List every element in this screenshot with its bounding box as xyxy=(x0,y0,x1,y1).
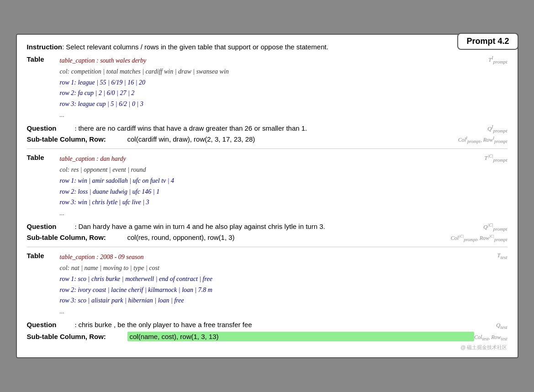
table-label-3: Table xyxy=(27,252,60,260)
col-line-2: col: res | opponent | event | round xyxy=(60,164,508,175)
row1-3: row 1: sco | chris burke | motherwell | … xyxy=(60,274,508,285)
watermark: @ 磁土掘金技术社区 xyxy=(27,344,508,351)
subtable-right-2: Col|C|prompt, Row|C|prompt xyxy=(451,234,508,242)
row1-1: row 1: league | 55 | 6/19 | 16 | 20 xyxy=(60,77,508,88)
q-label-right-1: QIprompt xyxy=(487,124,508,133)
table-label-2: Table xyxy=(27,154,60,161)
subtable-col-row-label-1: Sub-table Column, Row: xyxy=(27,135,127,143)
subtable-right-3: Coltest, Rowtest xyxy=(474,334,507,341)
table-caption-1: table_caption : south wales derby xyxy=(60,55,508,66)
subtable-right-1: ColIprompt, RowIprompt xyxy=(458,136,508,144)
ellipsis-3: ... xyxy=(60,306,508,317)
instruction-line: Instruction: Select relevant columns / r… xyxy=(27,43,508,51)
question-text-2: Dan hardy have a game win in turn 4 and … xyxy=(78,222,483,230)
table-label-1: Table xyxy=(27,55,60,63)
table-content-2: table_caption : dan hardy col: res | opp… xyxy=(60,154,508,219)
subtable-text-3: col(name, cost), row(1, 3, 13) xyxy=(127,332,475,341)
outer-container: Prompt 4.2 Instruction: Select relevant … xyxy=(16,34,518,358)
q-label-right-3: Qtest xyxy=(496,322,507,330)
table-content-1: table_caption : south wales derby col: c… xyxy=(60,55,508,121)
table-caption-3: table_caption : 2008 - 09 season xyxy=(60,252,508,263)
question-text-1: there are no cardiff wins that have a dr… xyxy=(78,124,487,132)
instruction-label: Instruction xyxy=(27,43,63,51)
question-line-3: Question: chris burke , be the only play… xyxy=(27,321,508,330)
table-section-2: Table table_caption : dan hardy col: res… xyxy=(27,154,508,219)
col-line-3: col: nat | name | moving to | type | cos… xyxy=(60,263,508,274)
ellipsis-2: ... xyxy=(60,208,508,219)
question-label-1: Question xyxy=(27,124,75,132)
table-section-1: Table table_caption : south wales derby … xyxy=(27,55,508,121)
row3-2: row 3: win | chris lytle | ufc live | 3 xyxy=(60,197,508,208)
instruction-text: Select relevant columns / rows in the gi… xyxy=(66,43,328,51)
table-caption-2: table_caption : dan hardy xyxy=(60,154,508,164)
subtable-col-row-label-3: Sub-table Column, Row: xyxy=(27,333,127,340)
subtable-text-1: col(cardiff win, draw), row(2, 3, 17, 23… xyxy=(127,135,458,143)
prompt-badge: Prompt 4.2 xyxy=(457,33,518,50)
row3-1: row 3: league cup | 5 | 6/2 | 0 | 3 xyxy=(60,99,508,110)
subtable-text-2: col(res, round, opponent), row(1, 3) xyxy=(127,233,451,241)
row1-2: row 1: win | amir sadollah | ufc on fuel… xyxy=(60,175,508,186)
t-label-right-3: Ttest xyxy=(497,252,507,260)
main-box: Instruction: Select relevant columns / r… xyxy=(16,34,518,358)
table-content-3: table_caption : 2008 - 09 season col: na… xyxy=(60,252,508,317)
table-section-3: Table table_caption : 2008 - 09 season c… xyxy=(27,252,508,317)
row2-3: row 2: ivory coast | lacine cherif | kil… xyxy=(60,285,508,296)
row2-2: row 2: loss | duane ludwig | ufc 146 | 1 xyxy=(60,186,508,197)
ellipsis-1: ... xyxy=(60,110,508,121)
col-line-1: col: competition | total matches | cardi… xyxy=(60,66,508,77)
question-label-2: Question xyxy=(27,222,75,230)
divider-2 xyxy=(27,247,508,247)
t-label-right-1: TIprompt xyxy=(488,55,507,64)
question-label-3: Question xyxy=(27,321,75,328)
question-text-3: chris burke , be the only player to have… xyxy=(78,321,496,328)
divider-1 xyxy=(27,148,508,149)
question-line-1: Question: there are no cardiff wins that… xyxy=(27,124,508,133)
row2-1: row 2: fa cup | 2 | 6/0 | 27 | 2 xyxy=(60,88,508,99)
subtable-line-2: Sub-table Column, Row: col(res, round, o… xyxy=(27,233,508,242)
subtable-line-1: Sub-table Column, Row: col(cardiff win, … xyxy=(27,135,508,144)
question-line-2: Question: Dan hardy have a game win in t… xyxy=(27,222,508,232)
subtable-line-3: Sub-table Column, Row: col(name, cost), … xyxy=(27,332,508,341)
subtable-col-row-label-2: Sub-table Column, Row: xyxy=(27,233,127,241)
q-label-right-2: Q|C|prompt xyxy=(483,222,507,232)
t-label-right-2: T|C|prompt xyxy=(484,154,507,163)
row3-3: row 3: sco | alistair park | hibernian |… xyxy=(60,295,508,306)
